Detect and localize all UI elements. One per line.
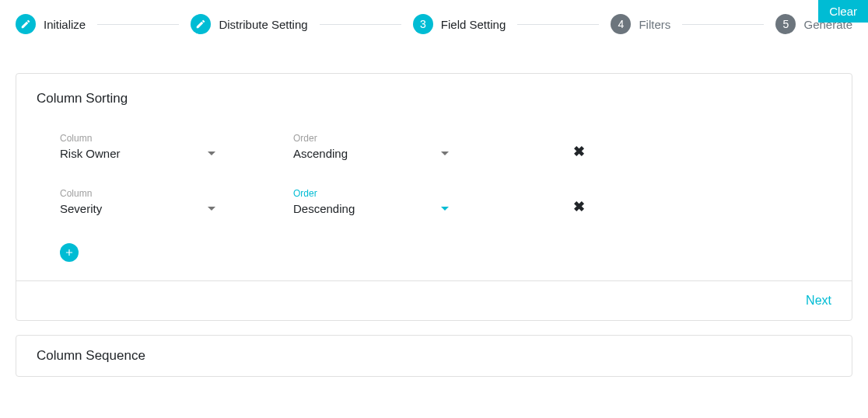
add-row-button[interactable] [60,243,79,262]
step-badge: 4 [611,14,631,34]
delete-row-icon[interactable]: ✖ [573,143,585,160]
step-label: Initialize [44,18,86,31]
chevron-down-icon [208,152,215,155]
column-sequence-card: Column Sequence [16,335,852,377]
pencil-icon [191,14,211,34]
chevron-down-icon [441,152,449,155]
step-connector [97,24,179,25]
step-distribute-setting[interactable]: Distribute Setting [191,14,307,34]
next-button[interactable]: Next [806,294,831,308]
order-value: Descending [293,202,355,215]
step-badge: 3 [413,14,433,34]
step-filters[interactable]: 4 Filters [611,14,670,34]
stepper: Initialize Distribute Setting 3 Field Se… [0,0,868,42]
step-initialize[interactable]: Initialize [16,14,86,34]
column-label: Column [60,188,231,199]
order-select[interactable]: Ascending [293,147,449,162]
step-badge: 5 [775,14,796,34]
step-label: Filters [639,18,670,31]
card-title: Column Sorting [37,91,831,106]
order-label: Order [293,133,464,144]
column-value: Severity [60,202,102,215]
plus-icon [64,247,75,258]
order-value: Ascending [293,147,348,160]
sort-row: Column Risk Owner Order Ascending ✖ [37,133,831,162]
clear-button[interactable]: Clear [818,0,868,23]
column-select[interactable]: Risk Owner [60,147,215,162]
column-sorting-card: Column Sorting Column Risk Owner Order A… [16,73,852,321]
order-select[interactable]: Descending [293,202,449,217]
order-label: Order [293,188,464,199]
step-label: Distribute Setting [219,18,307,31]
step-field-setting[interactable]: 3 Field Setting [413,14,506,34]
pencil-icon [16,14,36,34]
step-label: Field Setting [441,18,506,31]
sort-row: Column Severity Order Descending ✖ [37,188,831,217]
chevron-down-icon [208,207,215,211]
step-connector [517,24,599,25]
chevron-down-icon [441,207,449,211]
step-connector [320,24,401,25]
card-title: Column Sequence [37,348,831,364]
column-label: Column [60,133,231,144]
delete-row-icon[interactable]: ✖ [573,198,585,215]
step-connector [682,24,764,25]
column-value: Risk Owner [60,147,121,160]
column-select[interactable]: Severity [60,202,215,217]
